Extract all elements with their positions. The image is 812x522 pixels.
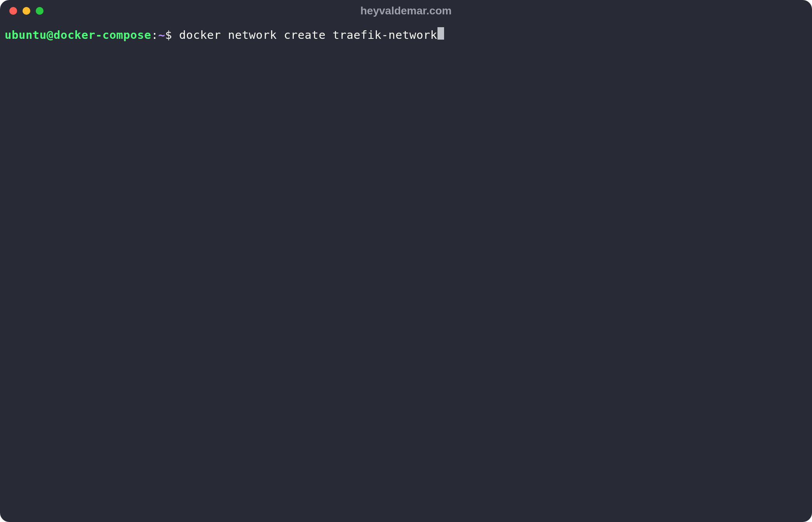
minimize-button[interactable] <box>23 7 30 15</box>
terminal-window: heyvaldemar.com ubuntu@docker-compose:~$… <box>0 0 812 522</box>
window-title: heyvaldemar.com <box>360 5 451 17</box>
maximize-button[interactable] <box>36 7 44 15</box>
command-input[interactable]: docker network create traefik-network <box>179 27 437 43</box>
prompt-path: ~ <box>158 27 165 43</box>
prompt-separator: : <box>151 27 158 43</box>
title-bar: heyvaldemar.com <box>0 0 812 22</box>
prompt-user-host: ubuntu@docker-compose <box>5 27 151 43</box>
close-button[interactable] <box>9 7 17 15</box>
terminal-body[interactable]: ubuntu@docker-compose:~$ docker network … <box>0 22 812 522</box>
window-controls <box>9 7 44 15</box>
prompt-line: ubuntu@docker-compose:~$ docker network … <box>5 27 807 43</box>
prompt-symbol: $ <box>165 27 179 43</box>
cursor <box>437 27 444 40</box>
